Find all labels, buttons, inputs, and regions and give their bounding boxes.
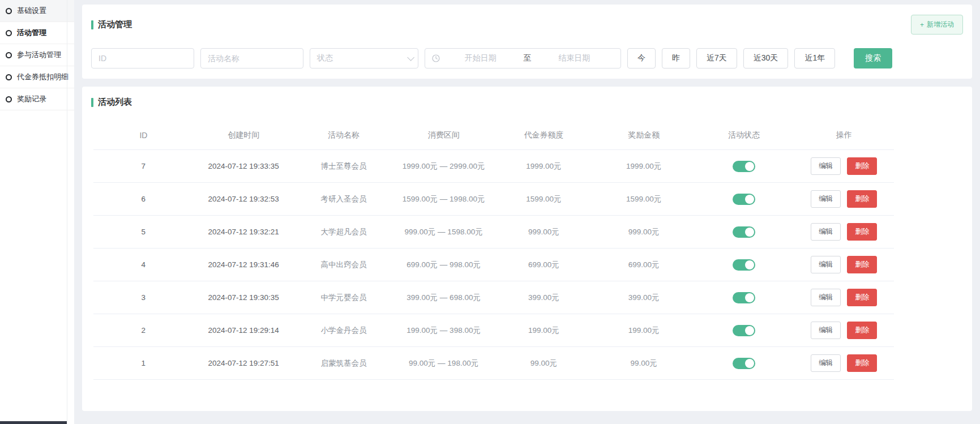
cell-consumption-range: 399.00元 — 698.00元 bbox=[393, 281, 494, 314]
title-accent-bar bbox=[91, 98, 93, 107]
cell-status bbox=[694, 249, 794, 281]
status-toggle[interactable] bbox=[733, 358, 755, 369]
edit-button[interactable]: 编辑 bbox=[811, 322, 841, 339]
cell-voucher-amount: 1599.00元 bbox=[494, 183, 594, 216]
status-toggle[interactable] bbox=[733, 161, 755, 172]
delete-button[interactable]: 删除 bbox=[847, 322, 877, 339]
cell-activity-name: 博士至尊会员 bbox=[294, 150, 394, 183]
table-row: 6 2024-07-12 19:32:53 考研入圣会员 1599.00元 — … bbox=[93, 183, 894, 216]
status-select[interactable]: 状态 bbox=[310, 48, 418, 68]
start-date-placeholder: 开始日期 bbox=[441, 53, 520, 63]
sidebar-item-label: 代金券抵扣明细 bbox=[17, 72, 69, 82]
activity-table: ID创建时间活动名称消费区间代金券额度奖励金额活动状态操作 7 2024-07-… bbox=[93, 122, 894, 380]
quick-date-button[interactable]: 今 bbox=[627, 48, 656, 68]
edit-button[interactable]: 编辑 bbox=[811, 289, 841, 306]
sidebar-item[interactable]: 基础设置 bbox=[0, 0, 74, 22]
quick-date-button[interactable]: 近30天 bbox=[743, 48, 789, 68]
table-body: 7 2024-07-12 19:33:35 博士至尊会员 1999.00元 — … bbox=[93, 150, 894, 380]
edit-button[interactable]: 编辑 bbox=[811, 256, 841, 273]
activity-name-input[interactable] bbox=[200, 48, 303, 68]
cell-operations: 编辑 删除 bbox=[794, 216, 894, 249]
delete-button[interactable]: 删除 bbox=[847, 157, 877, 175]
cell-status bbox=[694, 216, 794, 249]
filter-row: 状态 开始日期 至 结束日期 今昨近7天近30天近1年 搜索 bbox=[91, 48, 963, 68]
id-input[interactable] bbox=[91, 48, 194, 68]
cell-id: 3 bbox=[93, 281, 194, 314]
table-row: 4 2024-07-12 19:31:46 高中出窍会员 699.00元 — 9… bbox=[93, 249, 894, 281]
status-toggle[interactable] bbox=[733, 226, 755, 238]
cell-status bbox=[694, 314, 794, 347]
edit-button[interactable]: 编辑 bbox=[811, 190, 841, 208]
status-toggle[interactable] bbox=[733, 259, 755, 271]
cell-status bbox=[694, 150, 794, 183]
cell-created-time: 2024-07-12 19:30:35 bbox=[194, 281, 294, 314]
sidebar: 基础设置 活动管理 参与活动管理 代金券抵扣明细 奖励记录 bbox=[0, 0, 74, 424]
cell-activity-name: 高中出窍会员 bbox=[294, 249, 394, 281]
cell-created-time: 2024-07-12 19:32:21 bbox=[194, 216, 294, 249]
cell-created-time: 2024-07-12 19:27:51 bbox=[194, 347, 294, 380]
sidebar-item[interactable]: 代金券抵扣明细 bbox=[0, 66, 74, 88]
cell-operations: 编辑 删除 bbox=[794, 281, 894, 314]
circle-icon bbox=[6, 96, 12, 102]
cell-id: 2 bbox=[93, 314, 194, 347]
delete-button[interactable]: 删除 bbox=[847, 256, 877, 273]
cell-reward-amount: 1999.00元 bbox=[594, 150, 694, 183]
cell-consumption-range: 99.00元 — 198.00元 bbox=[393, 347, 494, 380]
edit-button[interactable]: 编辑 bbox=[811, 354, 841, 372]
cell-voucher-amount: 999.00元 bbox=[494, 216, 594, 249]
cell-reward-amount: 999.00元 bbox=[594, 216, 694, 249]
chevron-down-icon bbox=[407, 54, 414, 61]
quick-date-button[interactable]: 昨 bbox=[662, 48, 690, 68]
sidebar-item-label: 奖励记录 bbox=[17, 94, 46, 104]
delete-button[interactable]: 删除 bbox=[847, 289, 877, 306]
cell-id: 1 bbox=[93, 347, 194, 380]
sidebar-item[interactable]: 奖励记录 bbox=[0, 88, 74, 110]
status-toggle[interactable] bbox=[733, 194, 755, 205]
quick-date-button[interactable]: 近1年 bbox=[794, 48, 835, 68]
table-column-header: ID bbox=[93, 122, 194, 150]
cell-reward-amount: 199.00元 bbox=[594, 314, 694, 347]
range-separator: 至 bbox=[520, 53, 535, 63]
toggle-knob bbox=[745, 162, 754, 171]
table-row: 3 2024-07-12 19:30:35 中学元婴会员 399.00元 — 6… bbox=[93, 281, 894, 314]
cell-activity-name: 大学超凡会员 bbox=[294, 216, 394, 249]
toggle-knob bbox=[745, 260, 754, 269]
end-date-placeholder: 结束日期 bbox=[535, 53, 614, 63]
cell-activity-name: 小学金丹会员 bbox=[294, 314, 394, 347]
cell-operations: 编辑 删除 bbox=[794, 347, 894, 380]
list-title: 活动列表 bbox=[98, 97, 132, 108]
title-accent-bar bbox=[91, 20, 93, 29]
main-content: 活动管理 + 新增活动 状态 开始日期 bbox=[74, 0, 980, 424]
table-row: 7 2024-07-12 19:33:35 博士至尊会员 1999.00元 — … bbox=[93, 150, 894, 183]
cell-reward-amount: 699.00元 bbox=[594, 249, 694, 281]
cell-consumption-range: 999.00元 — 1598.00元 bbox=[393, 216, 494, 249]
edit-button[interactable]: 编辑 bbox=[811, 223, 841, 241]
table-row: 5 2024-07-12 19:32:21 大学超凡会员 999.00元 — 1… bbox=[93, 216, 894, 249]
search-button[interactable]: 搜索 bbox=[854, 48, 892, 68]
status-toggle[interactable] bbox=[733, 325, 755, 336]
edit-button[interactable]: 编辑 bbox=[811, 157, 841, 175]
cell-reward-amount: 399.00元 bbox=[594, 281, 694, 314]
toggle-knob bbox=[745, 228, 754, 237]
add-activity-button[interactable]: + 新增活动 bbox=[911, 15, 963, 35]
activity-filter-card: 活动管理 + 新增活动 状态 开始日期 bbox=[82, 5, 972, 79]
cell-id: 7 bbox=[93, 150, 194, 183]
cell-id: 4 bbox=[93, 249, 194, 281]
cell-created-time: 2024-07-12 19:29:14 bbox=[194, 314, 294, 347]
table-column-header: 创建时间 bbox=[194, 122, 294, 150]
date-range-picker[interactable]: 开始日期 至 结束日期 bbox=[425, 48, 621, 68]
cell-reward-amount: 1599.00元 bbox=[594, 183, 694, 216]
status-select-placeholder: 状态 bbox=[317, 53, 407, 63]
cell-reward-amount: 99.00元 bbox=[594, 347, 694, 380]
quick-date-button[interactable]: 近7天 bbox=[696, 48, 737, 68]
sidebar-item[interactable]: 活动管理 bbox=[0, 22, 74, 44]
delete-button[interactable]: 删除 bbox=[847, 190, 877, 208]
delete-button[interactable]: 删除 bbox=[847, 223, 877, 241]
add-activity-label: 新增活动 bbox=[927, 20, 954, 29]
sidebar-item[interactable]: 参与活动管理 bbox=[0, 44, 74, 66]
cell-activity-name: 启蒙筑基会员 bbox=[294, 347, 394, 380]
status-toggle[interactable] bbox=[733, 292, 755, 303]
cell-status bbox=[694, 183, 794, 216]
delete-button[interactable]: 删除 bbox=[847, 354, 877, 372]
cell-consumption-range: 1599.00元 — 1998.00元 bbox=[393, 183, 494, 216]
